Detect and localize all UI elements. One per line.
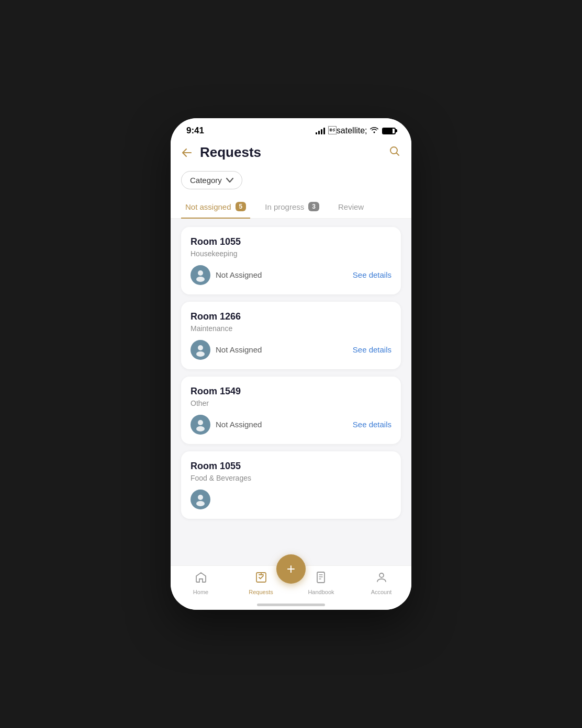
- nav-requests-label: Requests: [249, 589, 273, 595]
- nav-account[interactable]: Account: [351, 571, 411, 595]
- category-filter-button[interactable]: Category: [181, 171, 242, 189]
- tab-in-progress[interactable]: In progress 3: [261, 196, 323, 219]
- card-category-1: Maintenance: [191, 324, 391, 333]
- svg-point-8: [196, 501, 205, 506]
- assignee-name-0: Not Assigned: [216, 270, 262, 279]
- see-details-1[interactable]: See details: [353, 345, 391, 354]
- request-card-0: Room 1055 Housekeeping Not Assigned See …: [181, 227, 401, 294]
- svg-point-5: [198, 420, 203, 425]
- fab-icon: +: [287, 562, 295, 576]
- svg-point-1: [198, 270, 203, 276]
- svg-point-3: [198, 345, 203, 350]
- tab-not-assigned-label: Not assigned: [185, 202, 231, 211]
- tab-review[interactable]: Review: [334, 196, 368, 219]
- svg-point-4: [196, 351, 205, 357]
- header: Requests: [171, 140, 411, 167]
- card-category-0: Housekeeping: [191, 249, 391, 258]
- card-room-2: Room 1549: [191, 386, 391, 397]
- handbook-icon: [315, 571, 328, 587]
- avatar-3: [191, 490, 210, 509]
- tabs: Not assigned 5 In progress 3 Review: [171, 196, 411, 219]
- filter-bar: Category: [171, 167, 411, 196]
- bottom-nav: Home Requests +: [171, 565, 411, 599]
- nav-handbook-label: Handbook: [308, 589, 334, 595]
- svg-rect-10: [317, 572, 324, 583]
- assignee-2: Not Assigned: [191, 415, 262, 435]
- requests-icon: [255, 571, 267, 587]
- assignee-1: Not Assigned: [191, 340, 262, 360]
- signal-icon: [316, 127, 325, 134]
- see-details-0[interactable]: See details: [353, 270, 391, 279]
- assignee-name-2: Not Assigned: [216, 420, 262, 429]
- card-room-1: Room 1266: [191, 311, 391, 322]
- svg-point-7: [198, 495, 203, 500]
- svg-point-14: [379, 573, 384, 577]
- request-card-3: Room 1055 Food & Beverages: [181, 451, 401, 519]
- tab-not-assigned-badge: 5: [236, 202, 247, 211]
- battery-icon: [382, 128, 396, 134]
- page-title: Requests: [200, 144, 261, 161]
- content-area: Room 1055 Housekeeping Not Assigned See …: [171, 219, 411, 566]
- phone-frame: 9:41 satellite;: [171, 118, 411, 610]
- assignee-name-1: Not Assigned: [216, 345, 262, 354]
- avatar-1: [191, 340, 210, 360]
- nav-home-label: Home: [193, 589, 208, 595]
- card-room-0: Room 1055: [191, 236, 391, 247]
- wifi-icon: satellite;: [328, 126, 379, 135]
- card-footer-0: Not Assigned See details: [191, 265, 391, 285]
- status-time: 9:41: [186, 126, 204, 136]
- nav-home[interactable]: Home: [171, 571, 231, 595]
- card-room-3: Room 1055: [191, 461, 391, 472]
- status-bar: 9:41 satellite;: [171, 118, 411, 140]
- assignee-0: Not Assigned: [191, 265, 262, 285]
- header-left: Requests: [181, 144, 261, 161]
- see-details-2[interactable]: See details: [353, 420, 391, 429]
- request-card-2: Room 1549 Other Not Assigned See details: [181, 377, 401, 444]
- card-footer-1: Not Assigned See details: [191, 340, 391, 360]
- back-button[interactable]: [181, 147, 193, 158]
- svg-point-6: [196, 426, 205, 431]
- search-button[interactable]: [388, 145, 401, 161]
- tab-in-progress-label: In progress: [265, 202, 304, 211]
- avatar-2: [191, 415, 210, 435]
- phone-wrapper: 9:41 satellite;: [165, 113, 417, 615]
- card-category-2: Other: [191, 399, 391, 407]
- nav-account-label: Account: [371, 589, 392, 595]
- avatar-0: [191, 265, 210, 285]
- category-label: Category: [190, 176, 222, 185]
- home-icon: [195, 571, 207, 587]
- fab-button[interactable]: +: [276, 554, 306, 584]
- tab-review-label: Review: [338, 202, 364, 211]
- account-icon: [375, 571, 388, 587]
- svg-point-2: [196, 277, 205, 282]
- tab-in-progress-badge: 3: [308, 202, 319, 211]
- assignee-3: [191, 490, 210, 509]
- home-indicator-bar: [257, 604, 325, 606]
- card-footer-3: [191, 490, 391, 509]
- card-category-3: Food & Beverages: [191, 474, 391, 482]
- status-icons: satellite;: [316, 126, 396, 135]
- home-indicator: [171, 599, 411, 610]
- card-footer-2: Not Assigned See details: [191, 415, 391, 435]
- request-card-1: Room 1266 Maintenance Not Assigned See d…: [181, 302, 401, 369]
- tab-not-assigned[interactable]: Not assigned 5: [181, 196, 250, 219]
